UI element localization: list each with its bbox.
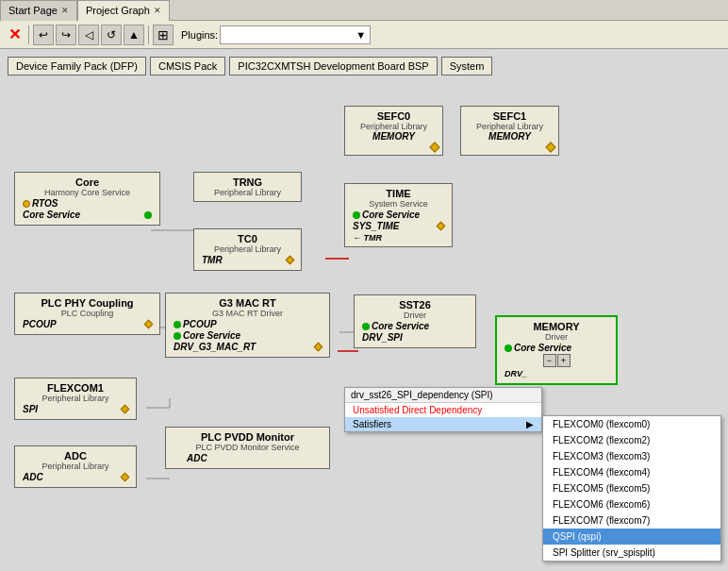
sefc0-connector (429, 142, 439, 152)
close-button[interactable]: ✕ (4, 25, 25, 45)
dfp-button[interactable]: Device Family Pack (DFP) (8, 57, 146, 76)
submenu-item-7[interactable]: QSPI (qspi) (543, 529, 720, 545)
bsp-button[interactable]: PIC32CXMTSH Development Board BSP (229, 57, 437, 76)
plc-pvdd-subtitle: PLC PVDD Monitor Service (170, 443, 325, 452)
plc-pvdd-service-label: ADC (187, 453, 207, 463)
g3-drv-row: DRV_G3_MAC_RT (174, 342, 322, 352)
tab-project-graph-close[interactable]: ✕ (154, 6, 161, 15)
sst26-service-dot (362, 323, 370, 330)
sst26-service-label: Core Service (372, 321, 429, 331)
toolbar-separator-2 (148, 25, 149, 44)
core-service-label: Core Service (23, 210, 80, 220)
satisfiers-submenu: FLEXCOM0 (flexcom0) FLEXCOM2 (flexcom2) … (542, 415, 721, 562)
memory-subtitle: Driver (501, 332, 612, 342)
context-menu-header2: Unsatisfied Direct Dependency (345, 403, 541, 417)
context-menu-header1: drv_sst26_SPI_dependency (SPI) (345, 388, 541, 403)
g3-pcoup-label: PCOUP (183, 319, 217, 329)
sefc1-subtitle: Peripheral Library (465, 122, 554, 131)
plc-pvdd-title: PLC PVDD Monitor (170, 431, 325, 443)
flexcom1-service-dot (121, 405, 130, 414)
adc-title: ADC (19, 450, 132, 462)
submenu-item-1[interactable]: FLEXCOM2 (flexcom2) (543, 432, 720, 448)
submenu-item-0[interactable]: FLEXCOM0 (flexcom0) (543, 416, 720, 432)
sefc1-component[interactable]: SEFC1 Peripheral Library MEMORY (460, 106, 559, 156)
flexcom1-service-label: SPI (23, 404, 38, 414)
tc0-component[interactable]: TC0 Peripheral Library TMR (193, 228, 302, 271)
sefc0-service: MEMORY (349, 131, 438, 142)
sst26-drv-row: DRV_SPI (362, 332, 468, 343)
project-graph-canvas: Device Family Pack (DFP) CMSIS Pack PIC3… (0, 49, 728, 571)
trng-title: TRNG (198, 176, 297, 188)
flexcom1-subtitle: Peripheral Library (19, 394, 132, 403)
submenu-item-2[interactable]: FLEXCOM3 (flexcom3) (543, 448, 720, 464)
refresh-button[interactable]: ↺ (101, 25, 122, 45)
sst26-drv-label: DRV_SPI (362, 332, 403, 343)
redo-button[interactable]: ↪ (56, 25, 76, 45)
sst26-subtitle: Driver (358, 311, 472, 320)
time-title: TIME (349, 188, 448, 199)
system-button[interactable]: System (441, 57, 493, 76)
plc-phy-component[interactable]: PLC PHY Coupling PLC Coupling PCOUP (14, 293, 160, 335)
plugins-dropdown[interactable]: ▼ (220, 25, 371, 44)
tc0-tmr-dot (286, 256, 295, 265)
tc0-title: TC0 (198, 233, 297, 244)
tc0-subtitle: Peripheral Library (198, 244, 297, 254)
flexcom1-component[interactable]: FLEXCOM1 Peripheral Library SPI (14, 378, 137, 420)
submenu-item-8[interactable]: SPI Splitter (srv_spisplit) (543, 545, 720, 561)
submenu-item-4[interactable]: FLEXCOM5 (flexcom5) (543, 480, 720, 496)
memory-component[interactable]: MEMORY Driver Core Service − + DRV_ (495, 315, 618, 385)
tab-start-page-close[interactable]: ✕ (61, 6, 69, 15)
flexcom1-title: FLEXCOM1 (19, 382, 132, 394)
tab-project-graph[interactable]: Project Graph ✕ (77, 0, 170, 21)
context-menu: drv_sst26_SPI_dependency (SPI) Unsatisfi… (344, 387, 542, 432)
g3-pcoup-dot (174, 321, 181, 328)
memory-controls: − + (501, 354, 612, 367)
core-component[interactable]: Core Harmony Core Service RTOS Core Serv… (14, 172, 160, 226)
submenu-item-6[interactable]: FLEXCOM7 (flexcom7) (543, 512, 720, 529)
core-service-row: Core Service (23, 210, 152, 220)
memory-minus-btn[interactable]: − (543, 354, 556, 367)
submenu-item-3[interactable]: FLEXCOM4 (flexcom4) (543, 464, 720, 480)
trng-component[interactable]: TRNG Peripheral Library (193, 172, 302, 202)
sefc0-component[interactable]: SEFC0 Peripheral Library MEMORY (344, 106, 443, 156)
component-button[interactable]: ⊞ (153, 25, 174, 45)
tc0-tmr-row: TMR (202, 255, 293, 265)
core-rtos-dot (23, 200, 30, 208)
tab-start-page[interactable]: Start Page ✕ (0, 0, 77, 21)
plc-phy-service-dot (144, 320, 154, 329)
trng-subtitle: Peripheral Library (198, 188, 297, 197)
core-rtos-label: RTOS (32, 198, 58, 209)
plc-pvdd-service-row: ADC (174, 453, 322, 463)
sst26-component[interactable]: SST26 Driver Core Service DRV_SPI (354, 294, 476, 348)
sefc0-subtitle: Peripheral Library (349, 122, 438, 131)
memory-service-row: Core Service (505, 343, 608, 353)
up-button[interactable]: ▲ (124, 25, 144, 45)
satisfiers-label: Satisfiers (353, 419, 391, 429)
cmsis-button[interactable]: CMSIS Pack (150, 57, 225, 76)
core-rtos-row: RTOS (23, 198, 152, 209)
plc-phy-subtitle: PLC Coupling (19, 309, 156, 318)
memory-drv-partial: DRV_ (501, 368, 612, 379)
submenu-item-5[interactable]: FLEXCOM6 (flexcom6) (543, 496, 720, 512)
adc-component[interactable]: ADC Peripheral Library ADC (14, 445, 137, 488)
memory-title: MEMORY (501, 321, 612, 332)
g3-mac-component[interactable]: G3 MAC RT G3 MAC RT Driver PCOUP Core Se… (165, 293, 330, 358)
back-button[interactable]: ◁ (78, 25, 99, 45)
memory-plus-btn[interactable]: + (557, 354, 571, 367)
sefc1-title: SEFC1 (465, 110, 554, 122)
flexcom1-service-row: SPI (23, 404, 128, 414)
adc-service-label: ADC (23, 472, 43, 482)
time-component[interactable]: TIME System Service Core Service SYS_TIM… (344, 183, 453, 247)
g3-mac-title: G3 MAC RT (170, 297, 325, 309)
tab-start-page-label: Start Page (8, 5, 58, 16)
undo-button[interactable]: ↩ (33, 25, 54, 45)
top-buttons-area: Device Family Pack (DFP) CMSIS Pack PIC3… (8, 57, 492, 76)
g3-mac-subtitle: G3 MAC RT Driver (170, 309, 325, 318)
sefc1-service: MEMORY (465, 131, 554, 142)
tc0-tmr-label: TMR (202, 255, 223, 265)
plc-pvdd-component[interactable]: PLC PVDD Monitor PLC PVDD Monitor Servic… (165, 427, 330, 469)
tab-project-graph-label: Project Graph (86, 5, 150, 16)
sefc0-title: SEFC0 (349, 110, 438, 122)
g3-drv-dot (314, 343, 323, 352)
context-menu-satisfiers[interactable]: Satisfiers ▶ (345, 417, 541, 431)
